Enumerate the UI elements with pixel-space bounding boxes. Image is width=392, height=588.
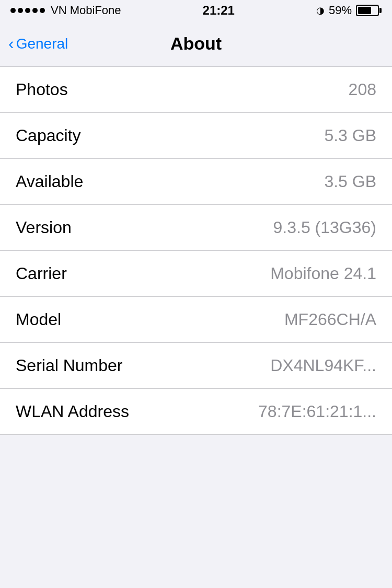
signal-dot-3 xyxy=(25,8,30,13)
back-button[interactable]: ‹ General xyxy=(8,36,68,52)
back-chevron-icon: ‹ xyxy=(8,35,14,52)
row-label: Version xyxy=(16,218,72,237)
row-value: MF266CH/A xyxy=(284,310,376,329)
row-value: 78:7E:61:21:1... xyxy=(258,402,376,421)
signal-dot-1 xyxy=(10,8,16,13)
row-label: Photos xyxy=(16,80,68,99)
row-value: 5.3 GB xyxy=(324,126,376,145)
battery-tip xyxy=(379,8,382,13)
row-value: 9.3.5 (13G36) xyxy=(273,218,376,237)
signal-dot-5 xyxy=(40,8,45,13)
status-time: 21:21 xyxy=(203,3,235,18)
carrier-name: VN MobiFone xyxy=(51,4,121,17)
row-label: Serial Number xyxy=(16,356,123,375)
settings-row: CarrierMobifone 24.1 xyxy=(0,251,392,297)
settings-row: Version9.3.5 (13G36) xyxy=(0,205,392,251)
status-bar: VN MobiFone 21:21 ◑ 59% xyxy=(0,0,392,21)
signal-dots xyxy=(10,8,45,13)
about-content: Photos208Capacity5.3 GBAvailable3.5 GBVe… xyxy=(0,67,392,435)
row-value: DX4NL94KF... xyxy=(270,356,376,375)
battery-percentage: 59% xyxy=(329,4,352,17)
settings-row: Photos208 xyxy=(0,67,392,113)
row-value: 208 xyxy=(349,80,376,99)
settings-row: Available3.5 GB xyxy=(0,159,392,205)
status-left: VN MobiFone xyxy=(10,4,121,17)
row-value: Mobifone 24.1 xyxy=(270,264,376,283)
settings-row: Serial NumberDX4NL94KF... xyxy=(0,343,392,389)
battery-fill xyxy=(358,7,371,14)
battery-icon xyxy=(356,5,382,16)
status-right: ◑ 59% xyxy=(316,4,382,17)
settings-row: Capacity5.3 GB xyxy=(0,113,392,159)
signal-dot-4 xyxy=(32,8,38,13)
back-label: General xyxy=(16,36,68,52)
battery-body xyxy=(356,5,379,16)
lock-icon: ◑ xyxy=(316,5,325,16)
signal-dot-2 xyxy=(18,8,23,13)
page-title: About xyxy=(170,33,222,54)
row-label: Carrier xyxy=(16,264,67,283)
settings-row: ModelMF266CH/A xyxy=(0,297,392,343)
row-label: Model xyxy=(16,310,61,329)
row-label: WLAN Address xyxy=(16,402,129,421)
settings-row: WLAN Address78:7E:61:21:1... xyxy=(0,389,392,435)
row-label: Available xyxy=(16,172,83,191)
nav-bar: ‹ General About xyxy=(0,21,392,67)
row-value: 3.5 GB xyxy=(324,172,376,191)
row-label: Capacity xyxy=(16,126,81,145)
